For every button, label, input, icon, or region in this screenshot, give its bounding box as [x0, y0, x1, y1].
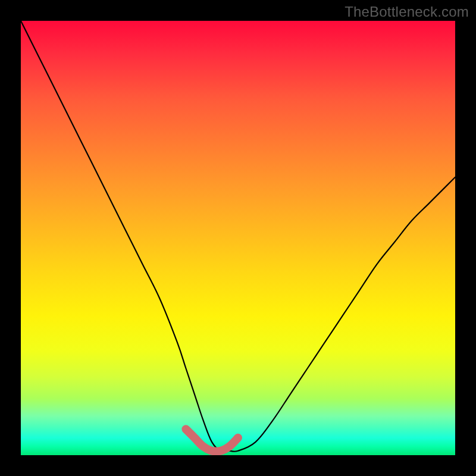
- plot-area: [21, 21, 455, 455]
- chart-frame: TheBottleneck.com: [0, 0, 476, 476]
- watermark-label: TheBottleneck.com: [345, 4, 469, 20]
- curve-layer: [21, 21, 455, 455]
- minimum-highlight-path: [186, 429, 238, 451]
- bottleneck-curve-path: [21, 21, 455, 452]
